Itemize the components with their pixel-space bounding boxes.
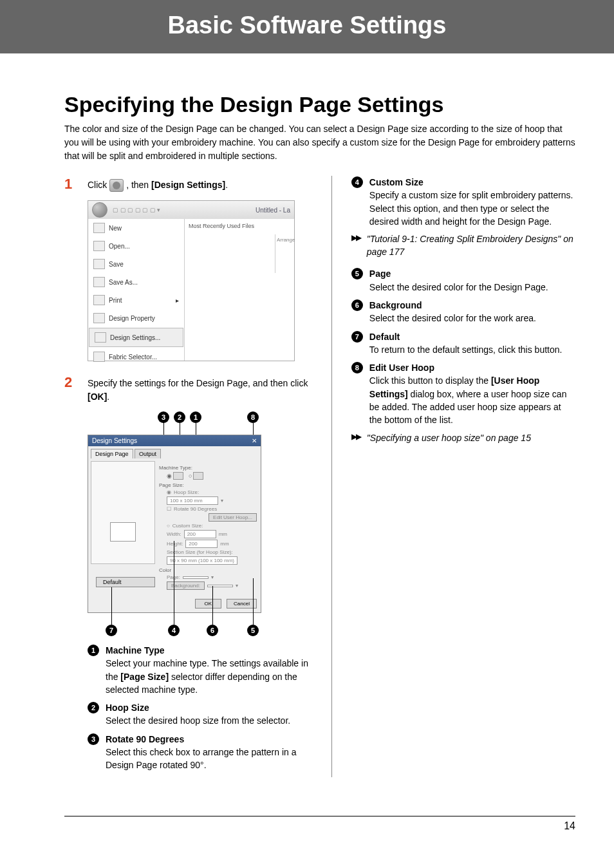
height-row: Height: 200 mm xyxy=(167,540,257,548)
bold-text: [OK] xyxy=(88,392,107,402)
menu-item-fabric-selector[interactable]: Fabric Selector... xyxy=(88,348,184,366)
item-2: 2 Hoop Size Select the desired hoop size… xyxy=(88,701,312,728)
item-body: Custom Size Specify a custom size for sp… xyxy=(369,176,575,228)
chapter-header: Basic Software Settings xyxy=(0,0,614,53)
width-row: Width: 200 mm xyxy=(167,530,257,538)
menu-label: Fabric Selector... xyxy=(109,354,157,361)
callout-5: 5 xyxy=(247,625,259,636)
menu-item-new[interactable]: New xyxy=(88,219,184,237)
item-4: 4 Custom Size Specify a custom size for … xyxy=(351,176,575,228)
save-as-icon xyxy=(93,277,105,287)
custom-size-row[interactable]: ○ Custom Size: xyxy=(167,523,257,529)
text: Select the desired color for the Design … xyxy=(369,282,548,292)
intro-paragraph: The color and size of the Design Page ca… xyxy=(64,122,575,163)
rotate-row[interactable]: ☐ Rotate 90 Degrees xyxy=(167,506,257,512)
step-text: Specify the settings for the Design Page… xyxy=(88,374,312,404)
menu-item-save[interactable]: Save xyxy=(88,255,184,273)
section-size-label: Section Size (for Hoop Size): xyxy=(167,549,233,555)
callout-line xyxy=(174,541,174,625)
xref-text: "Specifying a user hoop size" on page 15 xyxy=(367,432,531,445)
machine-type-radios: ◉ ○ xyxy=(159,472,257,480)
height-input[interactable]: 200 xyxy=(185,540,218,548)
bold-text: [Design Settings] xyxy=(151,180,225,190)
page-content: Specifying the Design Page Settings The … xyxy=(0,92,614,803)
callout-7: 7 xyxy=(106,625,117,636)
menu-label: New xyxy=(109,225,122,232)
machine-type-radio-1[interactable]: ◉ xyxy=(167,472,183,480)
cancel-button[interactable]: Cancel xyxy=(227,599,257,609)
text: Select the desired hoop size from the se… xyxy=(106,715,290,726)
background-color-select[interactable] xyxy=(207,585,233,587)
bg-color-row: Background: ▾ xyxy=(167,581,257,590)
xref-1: ▶▶ "Tutorial 9-1: Creating Split Embroid… xyxy=(351,233,575,258)
item-6: 6 Background Select the desired color fo… xyxy=(351,299,575,325)
item-body: Machine Type Select your machine type. T… xyxy=(106,644,312,696)
item-number: 6 xyxy=(351,299,363,311)
text: Click this button to display the xyxy=(369,375,491,386)
width-label: Width: xyxy=(167,531,181,537)
rotate-label: Rotate 90 Degrees xyxy=(174,506,217,512)
tab-design-page[interactable]: Design Page xyxy=(91,449,133,458)
machine-icon xyxy=(173,472,183,480)
step-1: 1 Click , then [Design Settings]. xyxy=(64,176,312,193)
text: Select this check box to arrange the pat… xyxy=(106,747,297,770)
step-text: Click , then [Design Settings]. xyxy=(88,176,312,192)
ok-button[interactable]: OK xyxy=(195,599,222,609)
window-title: Untitled - La xyxy=(256,207,290,214)
two-column-layout: 1 Click , then [Design Settings]. ▢ ▢ ▢ … xyxy=(64,176,575,777)
menu-item-design-settings[interactable]: Design Settings... xyxy=(89,328,183,347)
background-color-label: Background: xyxy=(167,581,205,590)
hoop-size-row: ◉ Hoop Size: xyxy=(167,489,257,495)
callout-8: 8 xyxy=(247,411,259,423)
chevron-right-icon: ▸ xyxy=(176,297,179,304)
menu-item-save-as[interactable]: Save As... xyxy=(88,273,184,291)
bold-text: [Page Size] xyxy=(120,672,169,682)
menu-label: Design Settings... xyxy=(110,334,160,341)
app-menu-list: New Open... Save Save As... Print▸ Desig… xyxy=(88,219,185,361)
callout-1: 1 xyxy=(190,411,201,423)
dialog-buttons: OK Cancel xyxy=(88,595,261,612)
default-button[interactable]: Default xyxy=(96,577,155,587)
text: Select the desired color for the work ar… xyxy=(369,313,536,323)
text: To return to the default settings, click… xyxy=(369,344,563,355)
menu-item-print[interactable]: Print▸ xyxy=(88,291,184,309)
step-2: 2 Specify the settings for the Design Pa… xyxy=(64,374,312,404)
item-number: 4 xyxy=(351,176,363,188)
dialog-titlebar: Design Settings ✕ xyxy=(88,435,261,446)
text: , then xyxy=(126,180,151,190)
xref-arrows-icon: ▶▶ xyxy=(351,233,360,242)
print-icon xyxy=(93,295,105,305)
edit-user-hoop-button[interactable]: Edit User Hoop... xyxy=(209,513,257,522)
app-menu-body: New Open... Save Save As... Print▸ Desig… xyxy=(88,219,294,361)
text: Click xyxy=(88,180,109,190)
width-input[interactable]: 200 xyxy=(184,530,216,538)
open-icon xyxy=(93,241,105,251)
text: Specify a custom size for split embroide… xyxy=(369,190,573,227)
preview-pane xyxy=(91,461,155,564)
item-8: 8 Edit User Hoop Click this button to di… xyxy=(351,361,575,426)
menu-label: Save xyxy=(109,261,124,268)
dialog-body: Default Machine Type: ◉ ○ Page Size: ◉ H… xyxy=(88,458,261,595)
hoop-size-select[interactable]: 100 x 100 mm xyxy=(167,496,218,505)
item-number: 8 xyxy=(351,362,363,373)
right-column: 4 Custom Size Specify a custom size for … xyxy=(331,176,575,777)
item-title: Hoop Size xyxy=(106,703,149,713)
height-label: Height: xyxy=(167,541,183,547)
menu-label: Print xyxy=(109,297,122,304)
page-color-select[interactable] xyxy=(183,576,209,579)
form-panel: Machine Type: ◉ ○ Page Size: ◉ Hoop Size… xyxy=(158,461,258,592)
step-number: 2 xyxy=(64,374,77,391)
menu-item-design-property[interactable]: Design Property xyxy=(88,309,184,327)
close-icon[interactable]: ✕ xyxy=(252,437,257,444)
callout-4: 4 xyxy=(168,625,180,636)
tab-output[interactable]: Output xyxy=(135,449,161,458)
item-body: Edit User Hoop Click this button to disp… xyxy=(369,361,575,426)
section-select-row: 90 x 90 mm (100 x 100 mm) xyxy=(167,556,257,565)
section-size-select[interactable]: 90 x 90 mm (100 x 100 mm) xyxy=(167,556,237,565)
machine-type-radio-2[interactable]: ○ xyxy=(189,472,203,480)
mru-label: Most Recently Used Files xyxy=(189,223,254,229)
menu-item-open[interactable]: Open... xyxy=(88,237,184,255)
page-color-row: Page: ▾ xyxy=(167,574,257,580)
quick-access-toolbar: ▢ ▢ ▢ ▢ ▢ ▢ ▾ xyxy=(110,207,256,213)
item-number: 5 xyxy=(351,268,363,279)
